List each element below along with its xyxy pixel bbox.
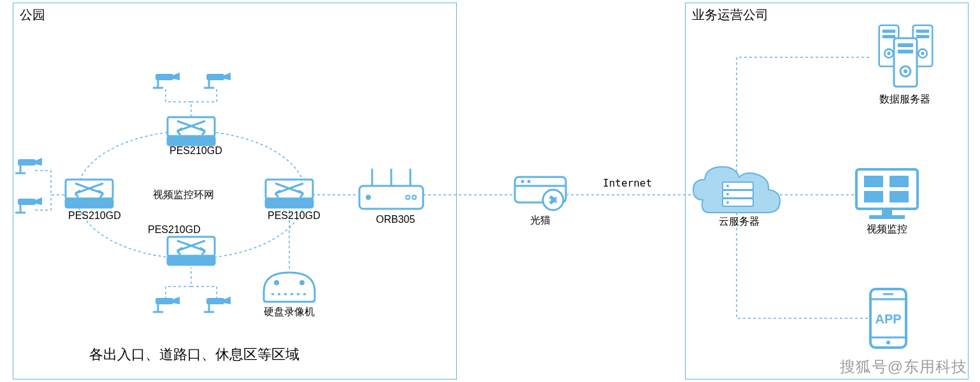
data-server-label: 数据服务器 — [879, 93, 930, 106]
video-monitor-label: 视频监控 — [867, 223, 907, 236]
switch-top-label: PES210GD — [169, 145, 222, 157]
modem-label: 光猫 — [530, 214, 551, 227]
switch-right-label: PES210GD — [268, 210, 321, 222]
company-title: 业务运营公司 — [692, 6, 768, 24]
company-panel: 业务运营公司 — [685, 3, 969, 379]
modem-icon — [515, 177, 566, 210]
switch-bottom-label: PES210GD — [148, 224, 201, 236]
park-title: 公园 — [20, 6, 45, 24]
internet-label: Internet — [603, 177, 652, 189]
nvr-label: 硬盘录像机 — [264, 306, 315, 319]
park-panel: 公园 — [13, 3, 457, 379]
subtitle: 各出入口、道路口、休息区等区域 — [89, 345, 299, 364]
router-label: ORB305 — [376, 214, 415, 225]
switch-left-label: PES210GD — [68, 210, 121, 222]
ring-label: 视频监控环网 — [153, 188, 214, 202]
cloud-label: 云服务器 — [719, 215, 760, 229]
watermark: 搜狐号@东用科技 — [840, 357, 967, 377]
